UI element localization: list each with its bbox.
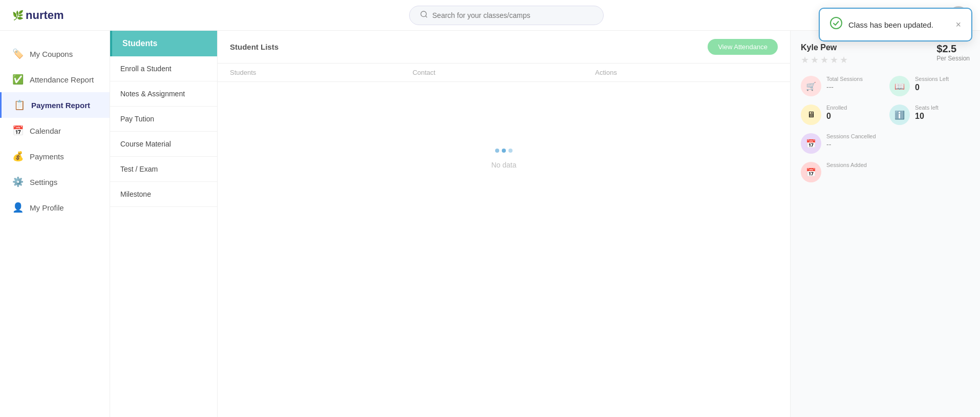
coupon-icon: 🏷️ [12, 48, 24, 59]
settings-icon: ⚙️ [12, 176, 24, 187]
sessions-left-label: Sessions Left [915, 76, 949, 82]
search-bar[interactable] [409, 6, 604, 25]
profile-icon: 👤 [12, 202, 24, 213]
sidebar-label-payment: Payment Report [31, 101, 90, 110]
logo: 🌿 nurtem [12, 9, 64, 22]
sessions-added-label: Sessions Added [826, 162, 867, 168]
class-panel-header: Students [110, 31, 217, 56]
svg-line-1 [425, 16, 427, 17]
stat-sessions-cancelled: 📅 Sessions Cancelled -- [801, 133, 970, 154]
sidebar-item-coupons[interactable]: 🏷️ My Coupons [0, 41, 110, 67]
seats-left-value: 10 [915, 112, 939, 121]
search-icon [420, 10, 428, 20]
students-panel-header: Student Lists View Attendance [218, 31, 790, 64]
sidebar-label-profile: My Profile [30, 203, 64, 212]
class-nav-enroll[interactable]: Enroll a Student [110, 56, 217, 81]
star-3: ★ [820, 54, 828, 66]
sidebar-label-settings: Settings [30, 178, 57, 186]
stat-total-sessions: 🛒 Total Sessions --- [801, 76, 881, 96]
class-nav-material[interactable]: Course Material [110, 132, 217, 157]
col-students: Students [230, 69, 413, 76]
students-panel-title: Student Lists [230, 43, 279, 51]
search-input[interactable] [432, 11, 593, 19]
dot-2 [502, 149, 506, 153]
view-attendance-button[interactable]: View Attendance [708, 39, 778, 55]
toast-success-icon [830, 17, 842, 32]
star-4: ★ [830, 54, 838, 66]
sidebar-item-settings[interactable]: ⚙️ Settings [0, 169, 110, 195]
sessions-added-icon: 📅 [801, 162, 821, 182]
per-session: Per Session [936, 55, 970, 62]
star-5: ★ [840, 54, 848, 66]
sidebar-item-payments[interactable]: 💰 Payments [0, 143, 110, 169]
loading-dots [495, 149, 513, 153]
calendar-icon: 📅 [12, 125, 24, 136]
attendance-icon: ✅ [12, 74, 24, 85]
sidebar-label-attendance: Attendance Report [30, 75, 94, 84]
sessions-cancelled-value: -- [826, 140, 876, 149]
enrolled-value: 0 [826, 112, 847, 121]
star-rating: ★ ★ ★ ★ ★ [801, 54, 848, 66]
class-nav-test[interactable]: Test / Exam [110, 157, 217, 182]
sidebar-label-payments: Payments [30, 152, 64, 161]
toast-notification: Class has been updated. × [819, 8, 972, 41]
logo-text: nurtem [26, 9, 64, 22]
stats-grid: 🛒 Total Sessions --- 📖 Sessions Left 0 [801, 76, 970, 125]
star-2: ★ [811, 54, 819, 66]
class-nav-pay[interactable]: Pay Tution [110, 107, 217, 132]
payments-icon: 💰 [12, 151, 24, 162]
logo-icon: 🌿 [12, 10, 24, 21]
class-nav-milestone[interactable]: Milestone [110, 182, 217, 207]
sessions-cancelled-icon: 📅 [801, 133, 821, 154]
col-contact: Contact [413, 69, 595, 76]
class-panel-title: Students [122, 39, 157, 48]
students-panel: Student Lists View Attendance Students C… [218, 31, 791, 417]
seats-left-label: Seats left [915, 105, 939, 111]
stat-sessions-left: 📖 Sessions Left 0 [889, 76, 970, 96]
toast-close-button[interactable]: × [955, 19, 961, 30]
seats-left-icon: ℹ️ [889, 105, 910, 125]
sessions-left-value: 0 [915, 83, 949, 92]
svg-point-0 [421, 11, 427, 17]
enrolled-label: Enrolled [826, 105, 847, 111]
no-data-text: No data [491, 161, 516, 169]
stat-sessions-added: 📅 Sessions Added [801, 162, 970, 182]
total-sessions-value: --- [826, 83, 863, 91]
price: $2.5 [936, 43, 970, 55]
sessions-left-icon: 📖 [889, 76, 910, 96]
dot-1 [495, 149, 499, 153]
sidebar-item-profile[interactable]: 👤 My Profile [0, 195, 110, 220]
class-nav-notes[interactable]: Notes & Assignment [110, 81, 217, 107]
enrolled-icon: 🖥 [801, 105, 821, 125]
sidebar-item-payment[interactable]: 📋 Payment Report [0, 92, 110, 118]
class-panel: Students Enroll a Student Notes & Assign… [110, 31, 218, 417]
info-panel: Kyle Pew ★ ★ ★ ★ ★ $2.5 Per Session [791, 31, 980, 417]
sidebar-label-calendar: Calendar [30, 127, 61, 135]
sidebar-label-coupons: My Coupons [30, 50, 73, 58]
no-data-state: No data [218, 82, 790, 236]
stat-seats-left: ℹ️ Seats left 10 [889, 105, 970, 125]
col-actions: Actions [595, 69, 778, 76]
sidebar-item-calendar[interactable]: 📅 Calendar [0, 118, 110, 143]
sessions-cancelled-label: Sessions Cancelled [826, 133, 876, 139]
app-layout: 🏷️ My Coupons ✅ Attendance Report 📋 Paym… [0, 0, 980, 417]
total-sessions-label: Total Sessions [826, 76, 863, 82]
sidebar-item-attendance[interactable]: ✅ Attendance Report [0, 67, 110, 92]
dot-3 [508, 149, 513, 153]
svg-point-2 [830, 17, 842, 29]
star-1: ★ [801, 54, 809, 66]
stat-enrolled: 🖥 Enrolled 0 [801, 105, 881, 125]
instructor-section: Kyle Pew ★ ★ ★ ★ ★ $2.5 Per Session [801, 43, 970, 66]
instructor-name: Kyle Pew [801, 43, 848, 52]
main-content: Students Enroll a Student Notes & Assign… [110, 31, 980, 417]
sidebar: 🏷️ My Coupons ✅ Attendance Report 📋 Paym… [0, 31, 110, 417]
total-sessions-icon: 🛒 [801, 76, 821, 96]
table-header: Students Contact Actions [218, 64, 790, 82]
toast-message: Class has been updated. [848, 20, 933, 29]
payment-icon: 📋 [14, 99, 25, 111]
